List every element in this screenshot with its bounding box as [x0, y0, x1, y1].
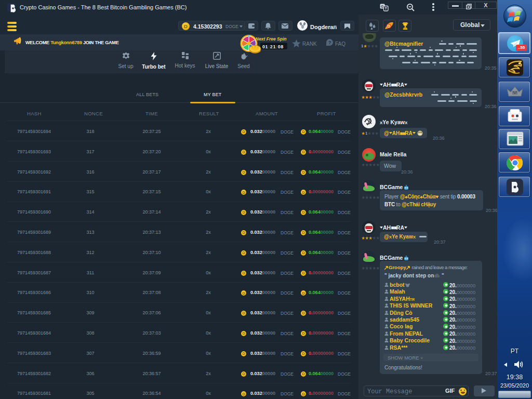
- svg-text:D: D: [388, 24, 391, 29]
